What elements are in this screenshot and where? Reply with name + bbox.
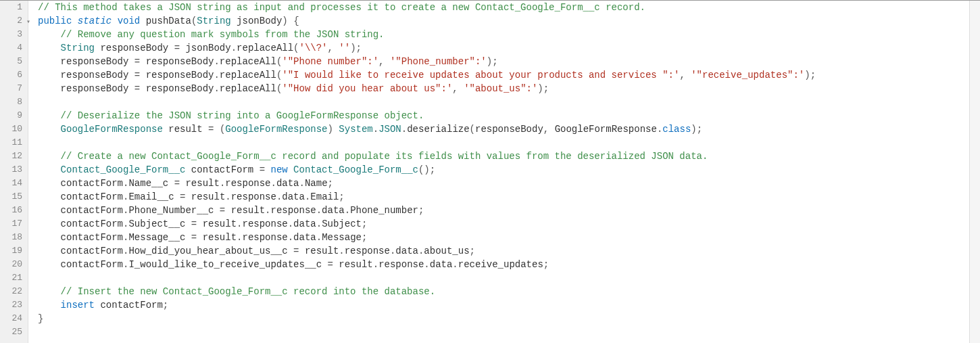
token: result: [185, 191, 225, 202]
code-line[interactable]: String responseBody = jsonBody.replaceAl…: [38, 41, 969, 55]
token: // Create a new Contact_Google_Form__c r…: [61, 151, 708, 162]
token: ;: [163, 300, 168, 311]
token: ): [282, 16, 287, 26]
token: responseBody: [140, 70, 214, 81]
code-line[interactable]: contactForm.Message__c = result.response…: [38, 231, 969, 244]
code-line[interactable]: contactForm.Subject__c = result.response…: [38, 217, 969, 231]
token: String: [61, 43, 95, 53]
token: .: [231, 43, 237, 53]
line-number: 18: [0, 231, 22, 244]
fold-marker-icon[interactable]: ▾: [26, 16, 30, 29]
token: .: [214, 83, 219, 94]
token: replaceAll: [220, 56, 276, 67]
token: }: [38, 313, 43, 324]
token: responseBody: [61, 83, 134, 94]
code-line[interactable]: // Insert the new Contact_Google_Form__c…: [38, 285, 969, 298]
line-number: 12: [0, 150, 22, 163]
token: responseBody: [140, 56, 214, 67]
token: .: [288, 232, 293, 243]
token: Contact_Google_Form__c: [61, 164, 186, 175]
token: (: [293, 43, 299, 53]
code-line[interactable]: contactForm.How_did_you_hear_about_us__c…: [38, 244, 969, 258]
line-number: 23: [0, 298, 22, 312]
token: responseBody: [95, 43, 174, 53]
token: .: [373, 124, 378, 135]
code-line[interactable]: GoogleFormResponse result = (GoogleFormR…: [38, 122, 969, 136]
code-line[interactable]: contactForm.Name__c = result.response.da…: [38, 177, 969, 190]
code-line[interactable]: responseBody = responseBody.replaceAll('…: [38, 82, 969, 95]
token: result: [163, 124, 208, 135]
vertical-scrollbar[interactable]: [969, 1, 980, 343]
token: response: [242, 219, 287, 229]
token: contactForm: [95, 300, 163, 311]
token: .: [316, 219, 322, 229]
token: .: [299, 178, 305, 189]
code-line[interactable]: [38, 325, 969, 339]
line-number: 17: [0, 217, 22, 231]
token: I_would_like_to_receive_updates__c: [128, 259, 327, 270]
code-line[interactable]: contactForm.Phone_Number__c = result.res…: [38, 204, 969, 217]
token: result: [333, 259, 373, 270]
token: (: [470, 124, 475, 135]
token: );: [487, 56, 498, 67]
token: Subject__c: [128, 219, 191, 229]
token: // Insert the new Contact_Google_Form__c…: [61, 286, 436, 297]
code-line[interactable]: responseBody = responseBody.replaceAll('…: [38, 68, 969, 82]
code-line[interactable]: // Deserialize the JSON string into a Go…: [38, 109, 969, 122]
token: contactForm: [61, 232, 123, 243]
code-line[interactable]: public static void pushData(String jsonB…: [38, 14, 969, 28]
token: Email__c: [128, 191, 180, 202]
token: ,: [452, 83, 458, 94]
line-number: 6: [0, 68, 22, 82]
token: static: [78, 16, 112, 26]
token: void: [118, 16, 141, 26]
token: data: [322, 205, 345, 216]
token: '"Phone_number":': [390, 56, 487, 67]
token: class: [662, 124, 691, 135]
line-number: 19: [0, 244, 22, 258]
line-number: 2▾: [0, 14, 22, 28]
token: );: [537, 83, 549, 94]
token: =: [134, 70, 140, 81]
token: .: [345, 205, 350, 216]
line-number: 16: [0, 204, 22, 217]
token: data: [282, 191, 305, 202]
code-line[interactable]: [38, 95, 969, 109]
code-line[interactable]: [38, 271, 969, 285]
token: '': [339, 43, 350, 53]
code-line[interactable]: [38, 136, 969, 150]
token: [214, 124, 219, 135]
token: GoogleFormResponse: [225, 124, 327, 135]
token: GoogleFormResponse: [61, 124, 163, 135]
code-editor[interactable]: 12▾3456789101112131415161718192021222324…: [0, 0, 980, 343]
code-content[interactable]: // This method takes a JSON string as in…: [28, 1, 969, 343]
token: responseBody: [475, 124, 543, 135]
token: [685, 70, 691, 81]
token: =: [134, 83, 140, 94]
token: contactForm: [61, 259, 123, 270]
code-line[interactable]: // Remove any question mark symbols from…: [38, 28, 969, 41]
line-number: 24: [0, 312, 22, 325]
token: [72, 16, 77, 26]
code-line[interactable]: Contact_Google_Form__c contactForm = new…: [38, 163, 969, 177]
code-line[interactable]: insert contactForm;: [38, 298, 969, 312]
token: .: [401, 124, 407, 135]
code-line[interactable]: contactForm.Email__c = result.response.d…: [38, 190, 969, 204]
code-line[interactable]: contactForm.I_would_like_to_receive_upda…: [38, 258, 969, 271]
line-number-gutter: 12▾3456789101112131415161718192021222324…: [0, 1, 28, 343]
token: Contact_Google_Form__c: [293, 164, 418, 175]
token: pushData: [146, 16, 191, 26]
line-number: 3: [0, 28, 22, 41]
token: contactForm: [61, 219, 123, 229]
token: Message: [322, 232, 362, 243]
code-line[interactable]: }: [38, 312, 969, 325]
code-line[interactable]: // Create a new Contact_Google_Form__c r…: [38, 150, 969, 163]
token: );: [350, 43, 362, 53]
token: [385, 56, 390, 67]
token: [288, 164, 293, 175]
code-line[interactable]: responseBody = responseBody.replaceAll('…: [38, 55, 969, 68]
code-line[interactable]: // This method takes a JSON string as in…: [38, 1, 969, 14]
line-number: 15: [0, 190, 22, 204]
token: responseBody: [61, 70, 134, 81]
token: Phone_number: [350, 205, 418, 216]
